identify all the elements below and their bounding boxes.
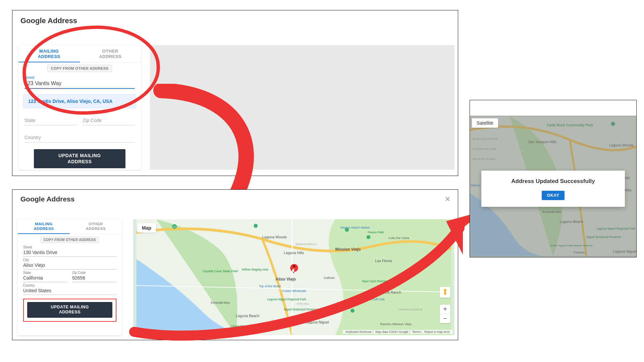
svg-text:H: H <box>173 225 175 229</box>
report-error-link[interactable]: Report a map error <box>423 330 451 334</box>
country-label: Country <box>23 284 116 287</box>
svg-text:Mission Viejo: Mission Viejo <box>335 247 361 252</box>
country-field: Country <box>18 283 122 295</box>
zip-field[interactable]: Zip Code <box>83 118 135 125</box>
zip-label: Zip Code <box>72 271 116 275</box>
tab-mailing-address[interactable]: MAILING ADDRESS <box>18 45 80 62</box>
terms-link[interactable]: Terms <box>411 330 422 334</box>
svg-text:Las Flores: Las Flores <box>375 259 392 263</box>
street-field: Street <box>18 244 122 257</box>
street-input[interactable] <box>24 79 135 89</box>
map-canvas: H Laguna Woods Laguna Hills Aliso Viejo … <box>133 219 454 335</box>
svg-text:Laguna Niguel: Laguna Niguel <box>306 320 329 324</box>
svg-text:Rancho Mission Viejo: Rancho Mission Viejo <box>380 322 412 326</box>
zip-label: Zip Code <box>83 118 135 125</box>
panel-title: Google Address <box>12 10 458 30</box>
streetview-pegman[interactable] <box>440 287 450 298</box>
keyboard-shortcuts-link[interactable]: Keyboard shortcuts <box>344 330 373 334</box>
address-editor-panel-step1: Google Address MAILING ADDRESS OTHER ADD… <box>12 10 458 176</box>
map-zoom-controls: + − <box>440 305 450 323</box>
svg-rect-37 <box>444 292 446 295</box>
svg-text:Laguna Beach State Marine Rese: Laguna Beach State Marine Reserve <box>231 324 274 327</box>
svg-text:ACACIA KNOLLS: ACACIA KNOLLS <box>296 243 316 246</box>
svg-point-36 <box>444 289 446 292</box>
country-label: Country <box>24 135 135 142</box>
zip-input[interactable]: 92656 <box>72 275 116 282</box>
svg-text:Pavion Park: Pavion Park <box>368 231 384 234</box>
close-icon[interactable]: ✕ <box>445 195 450 203</box>
update-mailing-address-button[interactable]: UPDATE MAILING ADDRESS <box>27 302 112 318</box>
copy-from-other-button[interactable]: COPY FROM OTHER ADDRESS <box>41 237 99 243</box>
svg-point-7 <box>366 235 370 239</box>
street-field: Street <box>18 73 141 89</box>
svg-point-9 <box>351 309 355 313</box>
panel-header-blank <box>470 100 636 116</box>
svg-text:Ladera Ranch: Ladera Ranch <box>378 290 401 294</box>
annotation-highlight-box: UPDATE MAILING ADDRESS <box>23 299 116 322</box>
map-attribution: Keyboard shortcuts Map data ©2024 Google… <box>343 330 452 334</box>
country-input[interactable] <box>23 287 116 295</box>
state-label: State <box>24 118 77 125</box>
svg-text:Top of the World: Top of the World <box>259 285 281 288</box>
svg-text:CITRON ESSENCIA: CITRON ESSENCIA <box>398 308 423 311</box>
zoom-in-button[interactable]: + <box>440 305 450 314</box>
map-view[interactable]: H Laguna Woods Laguna Hills Aliso Viejo … <box>133 219 454 335</box>
city-input[interactable] <box>23 262 116 269</box>
zip-field: Zip Code 92656 <box>72 271 116 282</box>
address-form-card: MAILING ADDRESS OTHER ADDRESS COPY FROM … <box>18 45 141 170</box>
svg-text:Coto De Caza: Coto De Caza <box>388 236 410 240</box>
svg-text:Galivan: Galivan <box>324 276 335 280</box>
modal-title: Address Updated Successfully <box>488 178 618 185</box>
satellite-button[interactable]: Satellite <box>472 118 498 128</box>
okay-button[interactable]: OKAY <box>542 191 565 200</box>
svg-text:Laguna Beach: Laguna Beach <box>236 314 259 318</box>
svg-text:Open Gym Premier - Ladera: Open Gym Premier - Ladera <box>362 280 399 283</box>
address-tabs: MAILING ADDRESS OTHER ADDRESS <box>18 45 141 63</box>
svg-point-2 <box>293 265 296 267</box>
city-label: City <box>23 258 116 262</box>
svg-text:Arroyo Trabuco Golf Club: Arroyo Trabuco Golf Club <box>351 298 385 301</box>
state-label: State <box>23 271 67 275</box>
street-label: Street <box>24 75 135 79</box>
success-modal: Address Updated Successfully OKAY <box>481 171 625 207</box>
svg-text:Costco Wholesale: Costco Wholesale <box>282 289 306 293</box>
copy-from-other-button[interactable]: COPY FROM OTHER ADDRESS <box>47 65 112 72</box>
svg-text:Crystal Cove State Park: Crystal Cove State Park <box>203 269 238 273</box>
map-data-text: Map data ©2024 Google <box>374 330 410 334</box>
panel-title: Google Address ✕ <box>12 190 458 207</box>
svg-text:KITE HILL: KITE HILL <box>297 302 310 305</box>
city-field: City <box>18 257 122 270</box>
success-modal-panel: Turtle Rock Community Park San Joaquin H… <box>470 100 637 257</box>
street-input[interactable] <box>23 249 116 257</box>
address-form-card: MAILING ADDRESS OTHER ADDRESS COPY FROM … <box>18 219 122 335</box>
update-mailing-address-button[interactable]: UPDATE MAILING ADDRESS <box>34 149 125 168</box>
country-field[interactable]: Country <box>24 135 135 142</box>
google-logo: Google <box>136 329 150 334</box>
spellcheck-squiggle <box>24 88 65 89</box>
address-editor-panel-step2: Google Address ✕ H <box>12 189 458 340</box>
street-label: Street <box>23 245 116 249</box>
zoom-out-button[interactable]: − <box>440 314 450 323</box>
state-input[interactable]: California <box>23 275 67 282</box>
tab-mailing-address[interactable]: MAILING ADDRESS <box>18 219 70 234</box>
svg-text:Mission Ranch Market: Mission Ranch Market <box>340 226 370 229</box>
state-field: State California <box>23 271 67 282</box>
tab-other-address[interactable]: OTHER ADDRESS <box>70 219 122 234</box>
svg-point-8 <box>328 308 332 312</box>
tab-other-address[interactable]: OTHER ADDRESS <box>80 45 141 62</box>
svg-text:Aliso Viejo: Aliso Viejo <box>276 277 296 282</box>
svg-text:Laguna Hills: Laguna Hills <box>284 251 304 255</box>
autocomplete-suggestion[interactable]: 123 Vantis Drive, Aliso Viejo, CA, USA <box>23 94 136 108</box>
map-placeholder <box>150 45 454 170</box>
svg-text:Willow Staging Area: Willow Staging Area <box>242 268 268 271</box>
svg-text:Laguna Woods: Laguna Woods <box>262 235 287 239</box>
svg-text:Emerald Bay: Emerald Bay <box>211 301 230 304</box>
svg-point-5 <box>254 224 258 228</box>
state-field[interactable]: State <box>24 118 77 125</box>
svg-text:Niguel Botanical Preserve: Niguel Botanical Preserve <box>284 308 318 311</box>
svg-text:Laguna Niguel Regional Park: Laguna Niguel Regional Park <box>267 298 306 301</box>
map-type-button[interactable]: Map <box>137 223 156 233</box>
address-tabs: MAILING ADDRESS OTHER ADDRESS <box>18 219 122 234</box>
